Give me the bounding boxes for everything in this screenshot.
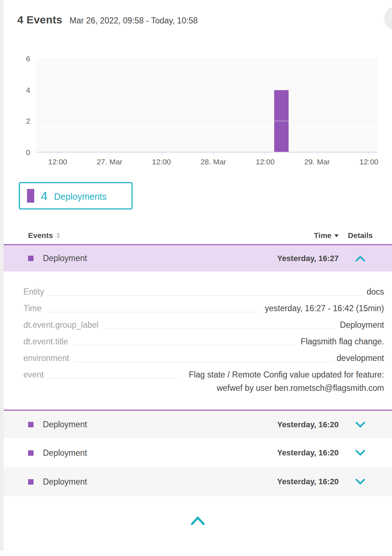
deployment-swatch-icon [28,450,34,456]
legend-label: Deployments [54,190,107,202]
x-tick-label: 27. Mar [97,158,122,166]
time-range-label: Mar 26, 2022, 09:58 - Today, 10:58 [70,16,198,26]
chevron-up-icon [190,516,205,526]
sort-icon [57,233,60,238]
chart-y-axis: 0246 [4,59,30,153]
detail-value: Deployment [340,318,384,332]
detail-label: Entity [23,285,44,299]
event-name: Deployment [43,420,87,429]
y-tick-label: 2 [26,117,30,125]
table-row[interactable]: Deployment Yesterday, 16:20 [4,438,392,467]
panel-header: 4 Events Mar 26, 2022, 09:58 - Today, 10… [4,3,392,26]
y-tick-label: 4 [26,86,30,94]
deployments-swatch-icon [27,189,34,203]
table-row[interactable]: Deployment Yesterday, 16:27 [4,244,392,272]
caret-down-icon [334,234,339,237]
chevron-up-icon[interactable] [355,256,365,261]
deployment-swatch-icon [28,479,34,485]
event-time: Yesterday, 16:20 [267,420,339,429]
events-table: Events Time Details Deployment Yesterday… [4,227,392,496]
event-time: Yesterday, 16:20 [267,477,339,486]
x-tick-mark [317,153,317,155]
x-tick-mark [161,153,162,155]
table-header: Events Time Details [4,227,392,244]
detail-row: dt.event.group_label Deployment [23,318,384,335]
chevron-down-icon[interactable] [355,450,365,456]
dotted-leader [103,318,335,329]
chart-x-axis: 12:0027. Mar12:0028. Mar12:0029. Mar12:0… [36,158,378,168]
detail-row: Entity docs [23,285,384,302]
detail-value: Flag state / Remote Config value updated… [182,368,384,395]
dotted-leader [74,352,332,362]
legend-count: 4 [41,189,48,203]
detail-label: environment [23,352,69,365]
dotted-leader [49,368,177,379]
column-header-events[interactable]: Events [28,231,267,240]
chevron-down-icon[interactable] [355,479,365,485]
x-tick-mark [265,153,266,155]
column-header-time[interactable]: Time [267,231,339,240]
x-tick-label: 12:00 [360,158,379,166]
x-tick-mark [213,153,214,155]
x-tick-label: 29. Mar [304,158,330,166]
detail-value: Flagsmith flag change. [301,335,384,348]
x-tick-mark [369,153,369,155]
event-time: Yesterday, 16:20 [267,448,339,458]
page-background-strip [0,0,4,551]
event-details-panel: Entity docs Time yesterday, 16:27 - 16:4… [4,272,392,410]
gridline [36,121,378,121]
collapse-panel-button[interactable] [190,516,205,527]
dotted-leader [46,302,260,312]
event-time: Yesterday, 16:27 [267,254,339,263]
detail-label: dt.event.group_label [23,318,98,332]
chart-plot-area [36,59,378,153]
legend-deployments-toggle[interactable]: 4 Deployments [19,182,133,209]
x-tick-label: 12:00 [256,158,275,166]
x-tick-mark [110,153,110,155]
detail-row: dt.event.title Flagsmith flag change. [23,335,384,352]
events-header-label: Events [28,231,53,240]
gridline [36,59,378,59]
column-header-details: Details [339,231,382,240]
detail-label: dt.event.title [23,335,68,348]
deployment-swatch-icon [28,422,34,427]
detail-row: environment development [23,352,384,368]
x-tick-label: 28. Mar [200,158,226,166]
detail-label: Time [23,302,41,315]
events-chart: 0246 12:0027. Mar12:0028. Mar12:0029. Ma… [4,47,392,168]
dotted-leader [49,285,362,296]
chevron-down-icon[interactable] [355,422,365,428]
events-panel: 4 Events Mar 26, 2022, 09:58 - Today, 10… [4,3,392,551]
x-tick-mark [58,153,58,155]
dotted-leader [73,335,296,345]
gridline [36,90,378,90]
time-header-label: Time [314,231,331,239]
table-row[interactable]: Deployment Yesterday, 16:20 [4,410,392,438]
detail-value: yesterday, 16:27 - 16:42 (15min) [265,302,384,315]
detail-row: Time yesterday, 16:27 - 16:42 (15min) [23,302,384,318]
detail-value: docs [366,285,384,299]
event-name: Deployment [43,477,87,487]
detail-label: event [23,368,44,381]
event-name: Deployment [43,448,87,458]
x-tick-label: 12:00 [152,158,171,166]
detail-value: development [337,352,384,365]
page-title: 4 Events [17,14,62,26]
y-tick-label: 0 [26,148,30,157]
event-name: Deployment [43,253,87,263]
table-row[interactable]: Deployment Yesterday, 16:20 [4,467,392,496]
detail-row: event Flag state / Remote Config value u… [23,368,384,395]
y-tick-label: 6 [26,54,30,63]
x-tick-label: 12:00 [48,158,67,166]
deployment-swatch-icon [28,256,34,261]
